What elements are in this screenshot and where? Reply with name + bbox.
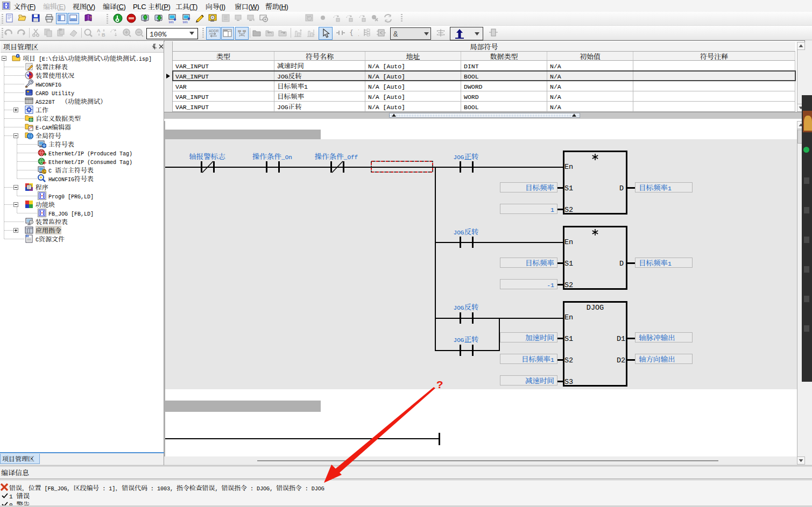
svg-text:?: ?	[89, 16, 91, 20]
svg-text:C: C	[43, 169, 46, 174]
svg-text:101: 101	[168, 20, 174, 23]
svg-text:B: B	[102, 32, 105, 38]
svg-text:A: A	[97, 28, 101, 33]
svg-text:{ }: { }	[349, 28, 359, 37]
svg-text:101: 101	[182, 20, 188, 23]
svg-text:ADDR: ADDR	[209, 29, 219, 33]
